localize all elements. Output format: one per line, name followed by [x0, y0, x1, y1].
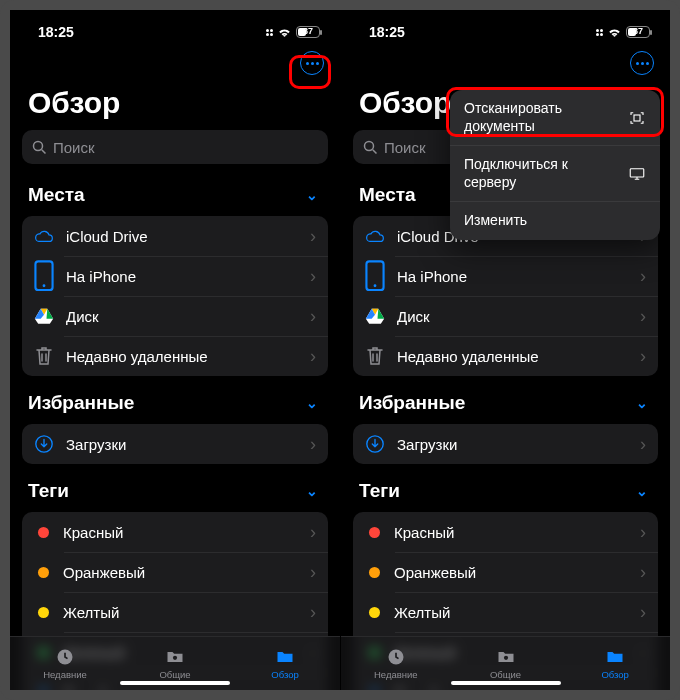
cellular-icon: [266, 29, 273, 36]
section-favorites-header[interactable]: Избранные ⌄: [341, 386, 670, 420]
tag-yellow[interactable]: Желтый›: [353, 592, 658, 632]
menu-connect-server[interactable]: Подключиться к серверу: [450, 145, 660, 201]
row-label: Диск: [397, 308, 430, 325]
tag-orange[interactable]: Оранжевый›: [353, 552, 658, 592]
section-places-title: Места: [359, 184, 416, 206]
chevron-right-icon: ›: [640, 346, 646, 367]
section-tags-header[interactable]: Теги ⌄: [10, 474, 340, 508]
svg-point-11: [365, 141, 374, 150]
tag-yellow[interactable]: Желтый›: [22, 592, 328, 632]
menu-label: Отсканировать документы: [464, 100, 618, 135]
row-iphone[interactable]: На iPhone›: [353, 256, 658, 296]
row-label: Красный: [63, 524, 123, 541]
tag-red[interactable]: Красный›: [353, 512, 658, 552]
tab-recents[interactable]: Недавние: [341, 637, 451, 690]
page-title: Обзор: [10, 80, 340, 130]
row-disk[interactable]: Диск›: [22, 296, 328, 336]
row-label: Загрузки: [397, 436, 457, 453]
tab-browse[interactable]: Обзор: [230, 637, 340, 690]
status-icons: 37: [596, 26, 650, 38]
more-button[interactable]: [300, 51, 324, 75]
menu-scan-documents[interactable]: Отсканировать документы: [450, 90, 660, 145]
tab-label: Недавние: [374, 669, 418, 680]
favorites-list: Загрузки›: [353, 424, 658, 464]
row-icloud[interactable]: iCloud Drive›: [22, 216, 328, 256]
tab-label: Недавние: [43, 669, 87, 680]
status-time: 18:25: [369, 24, 405, 40]
tab-bar: Недавние Общие Обзор: [10, 636, 340, 690]
chevron-down-icon: ⌄: [306, 187, 318, 203]
chevron-right-icon: ›: [640, 562, 646, 583]
menu-edit[interactable]: Изменить: [450, 201, 660, 240]
row-deleted[interactable]: Недавно удаленные›: [22, 336, 328, 376]
tag-red[interactable]: Красный›: [22, 512, 328, 552]
section-tags-title: Теги: [28, 480, 69, 502]
search-input[interactable]: Поиск: [22, 130, 328, 164]
tag-orange[interactable]: Оранжевый›: [22, 552, 328, 592]
chevron-right-icon: ›: [310, 346, 316, 367]
section-favorites-header[interactable]: Избранные ⌄: [10, 386, 340, 420]
row-disk[interactable]: Диск›: [353, 296, 658, 336]
wifi-icon: [277, 27, 292, 38]
icloud-icon: [365, 226, 385, 246]
section-tags-title: Теги: [359, 480, 400, 502]
chevron-down-icon: ⌄: [306, 395, 318, 411]
search-icon: [363, 140, 378, 155]
more-button[interactable]: [630, 51, 654, 75]
svg-line-1: [42, 149, 46, 153]
tag-dot-icon: [38, 567, 49, 578]
row-label: На iPhone: [66, 268, 136, 285]
tab-recents[interactable]: Недавние: [10, 637, 120, 690]
downloads-icon: [365, 434, 385, 454]
chevron-right-icon: ›: [640, 306, 646, 327]
battery-icon: 37: [296, 26, 320, 38]
search-placeholder: Поиск: [53, 139, 95, 156]
row-label: Недавно удаленные: [397, 348, 539, 365]
row-deleted[interactable]: Недавно удаленные›: [353, 336, 658, 376]
chevron-right-icon: ›: [310, 434, 316, 455]
row-downloads[interactable]: Загрузки›: [353, 424, 658, 464]
tab-label: Обзор: [601, 669, 628, 680]
folder-icon: [604, 647, 626, 667]
tab-label: Общие: [159, 669, 190, 680]
svg-marker-17: [377, 309, 384, 319]
tab-browse[interactable]: Обзор: [560, 637, 670, 690]
svg-point-21: [503, 656, 507, 660]
clock-icon: [385, 647, 407, 667]
chevron-right-icon: ›: [310, 226, 316, 247]
section-tags-header[interactable]: Теги ⌄: [341, 474, 670, 508]
row-label: Недавно удаленные: [66, 348, 208, 365]
row-label: Оранжевый: [63, 564, 145, 581]
chevron-right-icon: ›: [640, 266, 646, 287]
status-time: 18:25: [38, 24, 74, 40]
iphone-icon: [365, 266, 385, 286]
cellular-icon: [596, 29, 603, 36]
home-indicator[interactable]: [120, 681, 230, 685]
places-list: iCloud Drive› На iPhone› Диск› Недавно у…: [353, 216, 658, 376]
tag-dot-icon: [38, 527, 49, 538]
menu-label: Подключиться к серверу: [464, 156, 618, 191]
row-label: iCloud Drive: [66, 228, 148, 245]
row-label: На iPhone: [397, 268, 467, 285]
scan-icon: [628, 109, 646, 127]
home-indicator[interactable]: [451, 681, 561, 685]
row-downloads[interactable]: Загрузки›: [22, 424, 328, 464]
tag-dot-icon: [369, 567, 380, 578]
section-places-header[interactable]: Места ⌄: [10, 178, 340, 212]
row-iphone[interactable]: На iPhone›: [22, 256, 328, 296]
svg-marker-6: [46, 309, 53, 319]
section-favorites-title: Избранные: [28, 392, 134, 414]
svg-rect-23: [630, 168, 644, 176]
chevron-right-icon: ›: [640, 602, 646, 623]
row-label: Красный: [394, 524, 454, 541]
chevron-right-icon: ›: [640, 522, 646, 543]
tag-dot-icon: [38, 607, 49, 618]
row-label: Желтый: [394, 604, 450, 621]
tab-label: Обзор: [271, 669, 298, 680]
svg-line-12: [373, 149, 377, 153]
battery-icon: 37: [626, 26, 650, 38]
chevron-down-icon: ⌄: [636, 483, 648, 499]
clock-icon: [54, 647, 76, 667]
tab-bar: Недавние Общие Обзор: [341, 636, 670, 690]
shared-folder-icon: [495, 647, 517, 667]
